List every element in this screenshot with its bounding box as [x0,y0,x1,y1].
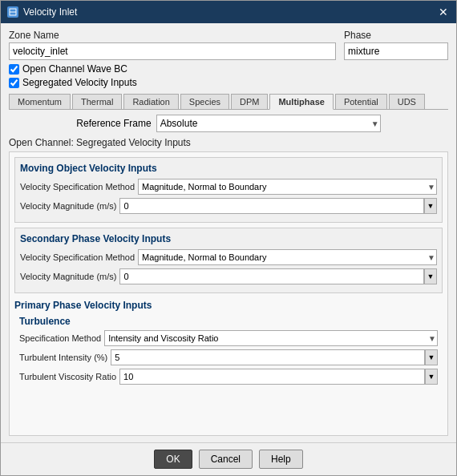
moving-velocity-mag-label: Velocity Magnitude (m/s) [20,201,116,211]
secondary-velocity-mag-row: Velocity Magnitude (m/s) ▼ [20,268,437,284]
secondary-velocity-spec-label: Velocity Specification Method [20,252,135,262]
tab-radiation[interactable]: Radiation [123,94,178,109]
moving-velocity-spec-wrapper: Magnitude, Normal to Boundary ▼ [138,179,437,195]
spec-method-label: Specification Method [19,333,101,343]
open-channel-section-label: Open Channel: Segregated Velocity Inputs [9,137,448,148]
ref-frame-row: Reference Frame Absolute Relative to Adj… [9,113,448,134]
turbulent-intensity-btn[interactable]: ▼ [425,349,438,365]
primary-phase-label: Primary Phase Velocity Inputs [14,298,443,313]
moving-object-title: Moving Object Velocity Inputs [20,163,437,174]
turbulent-intensity-input[interactable] [111,349,425,365]
moving-object-section: Moving Object Velocity Inputs Velocity S… [14,157,443,223]
secondary-velocity-mag-label: Velocity Magnitude (m/s) [20,272,116,281]
ref-frame-label: Reference Frame [76,118,151,129]
turbulent-viscosity-row: Turbulent Viscosity Ratio ▼ [19,369,438,385]
open-channel-label: Open Channel Wave BC [22,63,127,75]
ref-frame-select[interactable]: Absolute Relative to Adjacent Cell Zone [156,115,381,132]
secondary-velocity-mag-btn[interactable]: ▼ [424,268,437,284]
spec-method-select[interactable]: Intensity and Viscosity Ratio [104,330,438,346]
title-bar: Velocity Inlet ✕ [1,1,456,23]
zone-phase-row: Zone Name Phase [9,30,448,60]
phase-label: Phase [344,30,448,41]
close-button[interactable]: ✕ [437,6,450,18]
tab-momentum[interactable]: Momentum [9,94,71,109]
moving-velocity-spec-label: Velocity Specification Method [20,182,135,192]
tab-potential[interactable]: Potential [335,94,387,109]
title-bar-left: Velocity Inlet [7,6,77,18]
turbulent-viscosity-wrapper: ▼ [119,369,438,385]
velocity-inlet-dialog: Velocity Inlet ✕ Zone Name Phase Open Ch… [0,0,457,476]
moving-velocity-mag-wrapper: ▼ [119,198,437,214]
open-channel-row: Open Channel Wave BC [9,63,448,75]
zone-name-input[interactable] [9,42,336,60]
phase-input[interactable] [344,42,448,60]
zone-name-label: Zone Name [9,30,336,41]
turbulent-intensity-wrapper: ▼ [111,349,438,365]
ref-frame-select-wrapper: Absolute Relative to Adjacent Cell Zone … [156,115,381,132]
secondary-phase-title: Secondary Phase Velocity Inputs [20,233,437,244]
app-icon [7,6,18,18]
secondary-velocity-spec-wrapper: Magnitude, Normal to Boundary ▼ [138,249,437,265]
tab-dpm[interactable]: DPM [231,94,268,109]
secondary-velocity-spec-row: Velocity Specification Method Magnitude,… [20,249,437,265]
turbulent-viscosity-label: Turbulent Viscosity Ratio [19,372,116,381]
moving-velocity-spec-row: Velocity Specification Method Magnitude,… [20,179,437,195]
moving-velocity-mag-row: Velocity Magnitude (m/s) ▼ [20,198,437,214]
cancel-button[interactable]: Cancel [199,450,253,469]
tab-uds[interactable]: UDS [389,94,425,109]
segregated-row: Segregated Velocity Inputs [9,77,448,88]
content-area: Reference Frame Absolute Relative to Adj… [9,113,448,436]
spec-method-wrapper: Intensity and Viscosity Ratio ▼ [104,330,438,346]
dialog-title: Velocity Inlet [23,6,77,18]
segregated-label: Segregated Velocity Inputs [22,77,137,88]
tab-multiphase[interactable]: Multiphase [269,94,333,110]
secondary-phase-section: Secondary Phase Velocity Inputs Velocity… [14,228,443,293]
turbulent-intensity-label: Turbulent Intensity (%) [19,353,107,362]
secondary-velocity-mag-input[interactable] [119,268,424,284]
secondary-velocity-spec-select[interactable]: Magnitude, Normal to Boundary [138,249,437,265]
secondary-velocity-mag-wrapper: ▼ [119,268,437,284]
footer: OK Cancel Help [1,442,456,475]
turbulent-viscosity-btn[interactable]: ▼ [425,369,438,385]
segregated-checkbox[interactable] [9,78,19,88]
turbulence-title: Turbulence [19,316,438,327]
help-button[interactable]: Help [259,450,303,469]
turbulent-viscosity-input[interactable] [119,369,425,385]
ok-button[interactable]: OK [154,450,192,469]
moving-velocity-spec-select[interactable]: Magnitude, Normal to Boundary [138,179,437,195]
dialog-body: Zone Name Phase Open Channel Wave BC Seg… [1,23,456,442]
tabs: Momentum Thermal Radiation Species DPM M… [9,94,448,110]
tab-species[interactable]: Species [180,94,229,109]
open-channel-checkbox[interactable] [9,64,19,75]
zone-name-group: Zone Name [9,30,336,60]
spec-method-row: Specification Method Intensity and Visco… [19,330,438,346]
moving-velocity-mag-btn[interactable]: ▼ [424,198,437,214]
turbulence-section: Turbulence Specification Method Intensit… [14,313,443,391]
moving-velocity-mag-input[interactable] [119,198,424,214]
tab-thermal[interactable]: Thermal [72,94,122,109]
scrollable-content[interactable]: Moving Object Velocity Inputs Velocity S… [9,151,448,436]
turbulent-intensity-row: Turbulent Intensity (%) ▼ [19,349,438,365]
phase-group: Phase [344,30,448,60]
